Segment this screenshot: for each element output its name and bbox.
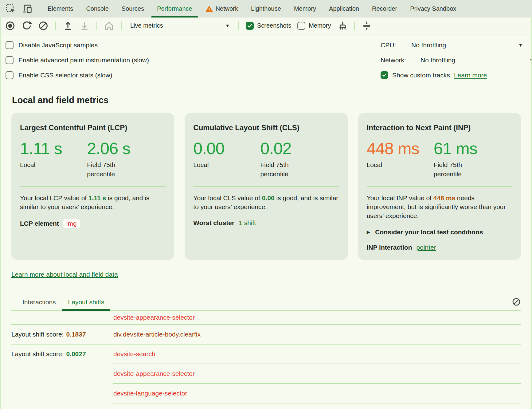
record-icon[interactable]: [5, 21, 15, 31]
lcp-element-row: LCP element img: [20, 219, 166, 228]
history-dropdown[interactable]: Live metrics ▼: [128, 22, 232, 29]
worst-cluster-link[interactable]: 1 shift: [239, 219, 256, 227]
tab-label: Application: [329, 5, 359, 12]
card-values: 448 ms Local 61 ms Field 75th percentile: [367, 139, 512, 179]
element-node-link[interactable]: devsite-language-selector: [113, 390, 187, 397]
network-throttling-select[interactable]: Network: No throttling ▼: [381, 53, 531, 68]
option-label: Disable JavaScript samples: [18, 41, 98, 49]
inspect-element-icon[interactable]: [6, 4, 16, 14]
toolbar-separator: [55, 21, 56, 30]
tab-application[interactable]: Application: [323, 0, 366, 18]
load-profile-icon[interactable]: [63, 21, 73, 31]
worst-cluster-label: Worst cluster: [193, 219, 234, 227]
tab-label: Recorder: [372, 5, 397, 12]
tabbar-separator: [39, 4, 39, 14]
live-metrics-view: Local and field metrics Largest Contentf…: [1, 82, 531, 408]
css-selector-stats-checkbox[interactable]: Enable CSS selector stats (slow): [6, 68, 149, 83]
local-label: Local: [193, 160, 235, 169]
clear-icon[interactable]: [38, 21, 49, 31]
local-test-conditions-disclosure[interactable]: ▶ Consider your local test conditions: [367, 228, 512, 236]
tab-console[interactable]: Console: [80, 0, 115, 18]
card-title: Largest Contentful Paint (LCP): [20, 123, 166, 132]
show-custom-tracks-row: Show custom tracks Learn more: [381, 68, 531, 83]
tab-label: Console: [86, 5, 108, 12]
checkbox-unchecked-icon: [6, 41, 14, 49]
tab-interactions[interactable]: Interactions: [16, 295, 62, 310]
element-node-link[interactable]: devsite-appearance-selector: [113, 314, 195, 321]
collapse-icon[interactable]: [362, 21, 372, 31]
learn-more-link[interactable]: Learn more: [454, 72, 487, 79]
field-value-block: 61 ms Field 75th percentile: [434, 139, 512, 179]
tab-sources[interactable]: Sources: [115, 0, 151, 18]
show-custom-tracks-label: Show custom tracks: [392, 72, 450, 79]
checkbox-checked-icon: [246, 22, 254, 30]
history-dropdown-value: Live metrics: [130, 22, 163, 29]
layout-shifts-table: devsite-appearance-selector Layout shift…: [11, 311, 521, 408]
table-row: devsite-language-selector: [11, 384, 521, 403]
desc-text: Your local LCP value of: [20, 194, 88, 201]
clear-log-icon[interactable]: [512, 297, 521, 306]
field-value: 2.06 s: [87, 139, 166, 158]
tab-network[interactable]: Network: [199, 0, 244, 18]
tab-privacy-sandbox[interactable]: Privacy Sandbox: [404, 0, 463, 18]
tab-label: Performance: [157, 5, 192, 12]
lcp-element-node-link[interactable]: img: [63, 219, 80, 228]
toolbar-separator: [354, 21, 355, 30]
tab-label: Layout shifts: [68, 298, 104, 306]
element-node-link[interactable]: devsite-search: [113, 350, 155, 358]
element-node-link[interactable]: devsite-appearance-selector: [113, 370, 195, 377]
tab-performance[interactable]: Performance: [151, 0, 199, 18]
cpu-throttling-select[interactable]: CPU: No throttling ▼: [381, 37, 531, 53]
checkbox-unchecked-icon: [297, 22, 305, 30]
capture-settings-options: Disable JavaScript samples Enable advanc…: [6, 37, 149, 83]
home-icon[interactable]: [104, 21, 114, 31]
option-label: Enable advanced paint instrumentation (s…: [18, 56, 149, 64]
capture-settings: Disable JavaScript samples Enable advanc…: [1, 34, 531, 82]
score-label: Layout shift score:: [11, 350, 64, 358]
tabbar-left-icons: [0, 0, 33, 18]
tab-elements[interactable]: Elements: [41, 0, 80, 18]
cls-card: Cumulative Layout Shift (CLS) 0.00 Local…: [185, 113, 347, 260]
toolbar-separator: [96, 21, 97, 30]
show-custom-tracks-checkbox[interactable]: [381, 71, 388, 79]
card-divider: [20, 186, 166, 187]
toolbar-separator: [238, 21, 239, 30]
field-value: 0.02: [260, 139, 339, 158]
advanced-paint-instrumentation-checkbox[interactable]: Enable advanced paint instrumentation (s…: [6, 53, 149, 68]
cpu-label: CPU:: [381, 41, 411, 49]
worst-cluster-row: Worst cluster 1 shift: [193, 219, 339, 227]
disable-js-samples-checkbox[interactable]: Disable JavaScript samples: [6, 37, 149, 53]
element-node-link[interactable]: div.devsite-article-body.clearfix: [113, 331, 201, 338]
device-toolbar-icon[interactable]: [22, 4, 33, 14]
desc-value: 0.00: [262, 194, 275, 201]
desc-text: Your local INP value of: [367, 194, 433, 201]
inp-card: Interaction to Next Paint (INP) 448 ms L…: [358, 113, 521, 260]
card-description: Your local INP value of 448 ms needs imp…: [367, 193, 512, 220]
score-label: Layout shift score:: [11, 331, 64, 338]
card-values: 1.11 s Local 2.06 s Field 75th percentil…: [20, 139, 166, 179]
memory-checkbox[interactable]: Memory: [297, 22, 331, 30]
learn-more-block: Learn more about local and field data: [11, 271, 521, 278]
inp-interaction-link[interactable]: pointer: [416, 244, 436, 251]
garbage-collect-icon[interactable]: [337, 21, 347, 31]
card-title: Cumulative Layout Shift (CLS): [193, 123, 339, 132]
table-row: Layout shift score: 0.0027 devsite-searc…: [11, 345, 521, 364]
score-cell: Layout shift score: 0.1837: [11, 331, 113, 338]
save-profile-icon[interactable]: [79, 21, 90, 31]
tab-label: Interactions: [22, 298, 56, 306]
learn-more-local-field-link[interactable]: Learn more about local and field data: [11, 271, 118, 278]
panel-tabs: Elements Console Sources Performance Net…: [41, 0, 463, 18]
tab-recorder[interactable]: Recorder: [366, 0, 404, 18]
tab-label: Privacy Sandbox: [410, 5, 456, 12]
record-and-reload-icon[interactable]: [22, 21, 32, 31]
inp-interaction-label: INP interaction: [367, 244, 412, 251]
card-description: Your local CLS value of 0.00 is good, an…: [193, 193, 339, 212]
local-value-block: 0.00 Local: [193, 139, 260, 179]
local-label: Local: [367, 160, 408, 169]
field-value: 61 ms: [434, 139, 512, 158]
card-description: Your local LCP value of 1.11 s is good, …: [20, 193, 166, 212]
tab-lighthouse[interactable]: Lighthouse: [244, 0, 288, 18]
screenshots-checkbox[interactable]: Screenshots: [246, 22, 291, 30]
tab-memory[interactable]: Memory: [288, 0, 323, 18]
tab-layout-shifts[interactable]: Layout shifts: [62, 295, 111, 310]
